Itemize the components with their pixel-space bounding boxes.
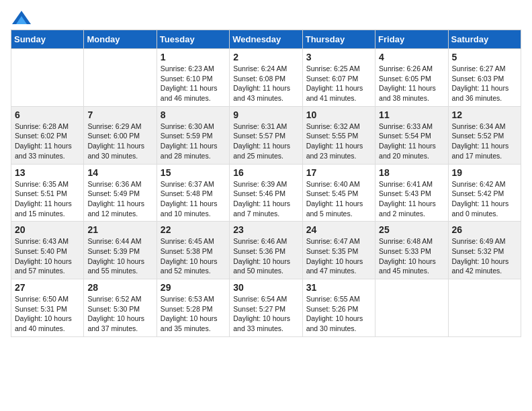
cell-content: Sunrise: 6:43 AMSunset: 5:40 PMDaylight:… bbox=[15, 237, 72, 275]
logo bbox=[11, 11, 31, 21]
day-number: 13 bbox=[15, 167, 80, 178]
calendar-cell: 26Sunrise: 6:49 AMSunset: 5:32 PMDayligh… bbox=[448, 222, 521, 279]
cell-content: Sunrise: 6:30 AMSunset: 5:59 PMDaylight:… bbox=[161, 122, 218, 160]
calendar-cell: 21Sunrise: 6:44 AMSunset: 5:39 PMDayligh… bbox=[84, 222, 157, 279]
day-number: 28 bbox=[87, 282, 152, 293]
cell-content: Sunrise: 6:31 AMSunset: 5:57 PMDaylight:… bbox=[233, 122, 290, 160]
calendar-cell: 12Sunrise: 6:34 AMSunset: 5:52 PMDayligh… bbox=[448, 106, 521, 164]
calendar-cell: 28Sunrise: 6:52 AMSunset: 5:30 PMDayligh… bbox=[84, 279, 157, 337]
day-number: 5 bbox=[452, 52, 517, 62]
day-number: 31 bbox=[306, 282, 371, 293]
cell-content: Sunrise: 6:33 AMSunset: 5:54 PMDaylight:… bbox=[379, 122, 436, 160]
day-number: 16 bbox=[233, 167, 298, 178]
day-number: 10 bbox=[306, 109, 371, 120]
cell-content: Sunrise: 6:40 AMSunset: 5:45 PMDaylight:… bbox=[306, 180, 363, 218]
cell-content: Sunrise: 6:34 AMSunset: 5:52 PMDaylight:… bbox=[452, 122, 509, 160]
cell-content: Sunrise: 6:23 AMSunset: 6:10 PMDaylight:… bbox=[161, 64, 218, 102]
calendar-cell: 18Sunrise: 6:41 AMSunset: 5:43 PMDayligh… bbox=[375, 164, 448, 222]
calendar-cell: 2Sunrise: 6:24 AMSunset: 6:08 PMDaylight… bbox=[230, 49, 302, 107]
day-number: 3 bbox=[306, 52, 371, 62]
day-number: 19 bbox=[452, 167, 517, 178]
calendar-cell: 22Sunrise: 6:45 AMSunset: 5:38 PMDayligh… bbox=[157, 222, 229, 279]
page-header bbox=[11, 11, 521, 21]
week-row-1: 1Sunrise: 6:23 AMSunset: 6:10 PMDaylight… bbox=[11, 49, 521, 107]
day-number: 2 bbox=[233, 52, 298, 62]
cell-content: Sunrise: 6:49 AMSunset: 5:32 PMDaylight:… bbox=[452, 237, 509, 275]
calendar-cell: 14Sunrise: 6:36 AMSunset: 5:49 PMDayligh… bbox=[84, 164, 157, 222]
cell-content: Sunrise: 6:39 AMSunset: 5:46 PMDaylight:… bbox=[233, 180, 290, 218]
day-number: 24 bbox=[306, 224, 371, 235]
calendar-cell: 3Sunrise: 6:25 AMSunset: 6:07 PMDaylight… bbox=[302, 49, 375, 107]
calendar-cell: 24Sunrise: 6:47 AMSunset: 5:35 PMDayligh… bbox=[302, 222, 375, 279]
calendar-cell: 19Sunrise: 6:42 AMSunset: 5:42 PMDayligh… bbox=[448, 164, 521, 222]
cell-content: Sunrise: 6:44 AMSunset: 5:39 PMDaylight:… bbox=[87, 237, 144, 275]
day-number: 9 bbox=[233, 109, 298, 120]
calendar-cell: 1Sunrise: 6:23 AMSunset: 6:10 PMDaylight… bbox=[157, 49, 229, 107]
cell-content: Sunrise: 6:27 AMSunset: 6:03 PMDaylight:… bbox=[452, 64, 509, 102]
day-number: 1 bbox=[161, 52, 226, 62]
cell-content: Sunrise: 6:41 AMSunset: 5:43 PMDaylight:… bbox=[379, 180, 436, 218]
calendar-cell: 8Sunrise: 6:30 AMSunset: 5:59 PMDaylight… bbox=[157, 106, 229, 164]
calendar-cell: 30Sunrise: 6:54 AMSunset: 5:27 PMDayligh… bbox=[230, 279, 302, 337]
calendar-cell bbox=[11, 49, 84, 107]
col-header-wednesday: Wednesday bbox=[230, 30, 302, 49]
calendar-cell: 20Sunrise: 6:43 AMSunset: 5:40 PMDayligh… bbox=[11, 222, 84, 279]
col-header-tuesday: Tuesday bbox=[157, 30, 229, 49]
cell-content: Sunrise: 6:54 AMSunset: 5:27 PMDaylight:… bbox=[233, 295, 290, 332]
day-number: 17 bbox=[306, 167, 371, 178]
day-number: 14 bbox=[87, 167, 152, 178]
logo-icon bbox=[12, 11, 31, 24]
calendar-cell: 11Sunrise: 6:33 AMSunset: 5:54 PMDayligh… bbox=[375, 106, 448, 164]
calendar-cell: 27Sunrise: 6:50 AMSunset: 5:31 PMDayligh… bbox=[11, 279, 84, 337]
cell-content: Sunrise: 6:26 AMSunset: 6:05 PMDaylight:… bbox=[379, 64, 436, 102]
cell-content: Sunrise: 6:55 AMSunset: 5:26 PMDaylight:… bbox=[306, 295, 363, 332]
cell-content: Sunrise: 6:50 AMSunset: 5:31 PMDaylight:… bbox=[15, 295, 72, 332]
calendar-cell: 16Sunrise: 6:39 AMSunset: 5:46 PMDayligh… bbox=[230, 164, 302, 222]
cell-content: Sunrise: 6:42 AMSunset: 5:42 PMDaylight:… bbox=[452, 180, 509, 218]
calendar-cell: 23Sunrise: 6:46 AMSunset: 5:36 PMDayligh… bbox=[230, 222, 302, 279]
day-number: 6 bbox=[15, 109, 80, 120]
col-header-saturday: Saturday bbox=[448, 30, 521, 49]
cell-content: Sunrise: 6:28 AMSunset: 6:02 PMDaylight:… bbox=[15, 122, 72, 160]
calendar-cell: 25Sunrise: 6:48 AMSunset: 5:33 PMDayligh… bbox=[375, 222, 448, 279]
calendar-cell: 10Sunrise: 6:32 AMSunset: 5:55 PMDayligh… bbox=[302, 106, 375, 164]
calendar-cell: 7Sunrise: 6:29 AMSunset: 6:00 PMDaylight… bbox=[84, 106, 157, 164]
cell-content: Sunrise: 6:24 AMSunset: 6:08 PMDaylight:… bbox=[233, 64, 290, 102]
cell-content: Sunrise: 6:48 AMSunset: 5:33 PMDaylight:… bbox=[379, 237, 436, 275]
cell-content: Sunrise: 6:36 AMSunset: 5:49 PMDaylight:… bbox=[87, 180, 144, 218]
day-number: 26 bbox=[452, 224, 517, 235]
calendar-cell: 5Sunrise: 6:27 AMSunset: 6:03 PMDaylight… bbox=[448, 49, 521, 107]
week-row-4: 20Sunrise: 6:43 AMSunset: 5:40 PMDayligh… bbox=[11, 222, 521, 279]
day-number: 25 bbox=[379, 224, 444, 235]
calendar-header-row: SundayMondayTuesdayWednesdayThursdayFrid… bbox=[11, 30, 521, 49]
calendar-cell: 17Sunrise: 6:40 AMSunset: 5:45 PMDayligh… bbox=[302, 164, 375, 222]
calendar-cell: 15Sunrise: 6:37 AMSunset: 5:48 PMDayligh… bbox=[157, 164, 229, 222]
calendar-cell: 29Sunrise: 6:53 AMSunset: 5:28 PMDayligh… bbox=[157, 279, 229, 337]
day-number: 29 bbox=[161, 282, 226, 293]
day-number: 20 bbox=[15, 224, 80, 235]
cell-content: Sunrise: 6:25 AMSunset: 6:07 PMDaylight:… bbox=[306, 64, 363, 102]
day-number: 15 bbox=[161, 167, 226, 178]
calendar-cell: 4Sunrise: 6:26 AMSunset: 6:05 PMDaylight… bbox=[375, 49, 448, 107]
col-header-thursday: Thursday bbox=[302, 30, 375, 49]
cell-content: Sunrise: 6:47 AMSunset: 5:35 PMDaylight:… bbox=[306, 237, 363, 275]
calendar-cell: 9Sunrise: 6:31 AMSunset: 5:57 PMDaylight… bbox=[230, 106, 302, 164]
cell-content: Sunrise: 6:35 AMSunset: 5:51 PMDaylight:… bbox=[15, 180, 72, 218]
day-number: 18 bbox=[379, 167, 444, 178]
cell-content: Sunrise: 6:29 AMSunset: 6:00 PMDaylight:… bbox=[87, 122, 144, 160]
day-number: 8 bbox=[161, 109, 226, 120]
calendar-cell bbox=[84, 49, 157, 107]
col-header-friday: Friday bbox=[375, 30, 448, 49]
day-number: 12 bbox=[452, 109, 517, 120]
cell-content: Sunrise: 6:37 AMSunset: 5:48 PMDaylight:… bbox=[161, 180, 218, 218]
cell-content: Sunrise: 6:53 AMSunset: 5:28 PMDaylight:… bbox=[161, 295, 218, 332]
cell-content: Sunrise: 6:32 AMSunset: 5:55 PMDaylight:… bbox=[306, 122, 363, 160]
cell-content: Sunrise: 6:46 AMSunset: 5:36 PMDaylight:… bbox=[233, 237, 290, 275]
week-row-5: 27Sunrise: 6:50 AMSunset: 5:31 PMDayligh… bbox=[11, 279, 521, 337]
week-row-3: 13Sunrise: 6:35 AMSunset: 5:51 PMDayligh… bbox=[11, 164, 521, 222]
day-number: 21 bbox=[87, 224, 152, 235]
day-number: 22 bbox=[161, 224, 226, 235]
day-number: 7 bbox=[87, 109, 152, 120]
calendar-cell: 31Sunrise: 6:55 AMSunset: 5:26 PMDayligh… bbox=[302, 279, 375, 337]
day-number: 30 bbox=[233, 282, 298, 293]
